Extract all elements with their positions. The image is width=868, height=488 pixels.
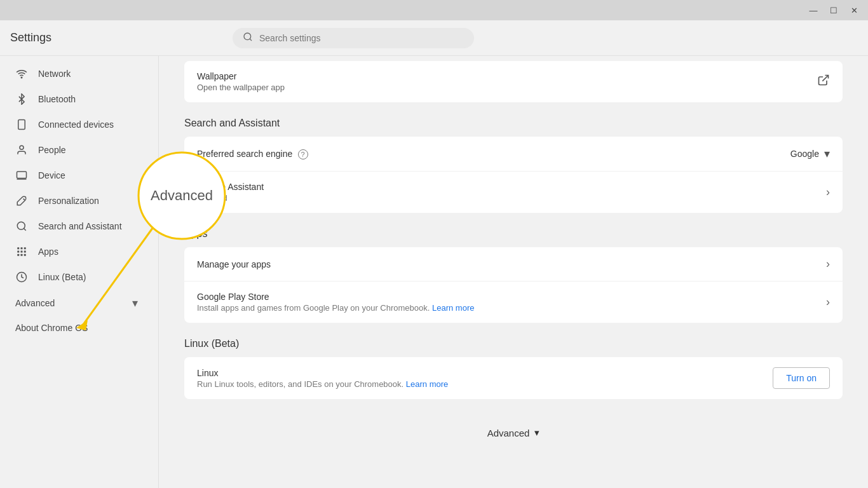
section-header-search-assistant: Search and Assistant [184,118,843,129]
header: Settings [0,20,868,56]
svg-line-21 [822,76,828,81]
search-icon [243,32,253,44]
sidebar-item-bluetooth[interactable]: Bluetooth [0,86,153,112]
svg-point-5 [20,146,24,149]
sidebar-item-people[interactable]: People [0,137,153,163]
chevron-down-icon: ▾ [132,296,138,310]
sidebar-label-advanced: Advanced [15,298,55,308]
search-input[interactable] [259,33,464,43]
svg-rect-17 [17,254,19,256]
manage-apps-arrow-icon: › [826,257,830,271]
bottom-advanced-chevron-icon: ▾ [534,427,539,438]
maximize-button[interactable]: ☐ [825,4,843,17]
svg-rect-19 [24,254,26,256]
wallpaper-item[interactable]: Wallpaper Open the wallpaper app [184,61,843,102]
svg-rect-13 [24,247,26,249]
sidebar-item-about[interactable]: About Chrome OS [0,316,158,339]
sidebar-item-apps[interactable]: Apps [0,239,153,264]
arrow-right-icon: › [826,186,830,199]
linux-card: Linux Run Linux tools, editors, and IDEs… [184,357,843,399]
app-container: Settings [0,20,868,488]
bottom-advanced-label: Advanced [487,428,530,438]
sidebar-label-apps: Apps [38,247,58,257]
google-play-item[interactable]: Google Play Store Install apps and games… [184,281,843,323]
search-sidebar-icon [15,220,28,233]
tablet-icon [15,118,28,131]
search-assistant-card: Preferred search engine ? Google ▾ Googl… [184,137,843,213]
search-engine-value: Google [790,149,819,159]
main-content: Wallpaper Open the wallpaper app Search … [159,56,868,488]
sidebar-label-linux: Linux (Beta) [38,272,86,282]
sidebar-label-connected-devices: Connected devices [38,119,114,130]
svg-line-10 [24,228,25,230]
sidebar-label-about: About Chrome OS [15,323,88,333]
svg-line-8 [24,199,25,200]
sidebar-label-people: People [38,145,66,155]
sidebar: Network Bluetooth Connected devices [0,56,159,488]
manage-apps-title: Manage your apps [197,259,271,269]
svg-rect-14 [17,251,19,253]
sidebar-label-personalization: Personalization [38,196,99,206]
svg-rect-12 [21,247,23,249]
titlebar: — ☐ ✕ [0,0,868,20]
sidebar-item-personalization[interactable]: Personalization [0,188,153,214]
manage-apps-item[interactable]: Manage your apps › [184,247,843,281]
svg-point-2 [21,77,22,78]
sidebar-label-device: Device [38,170,65,180]
section-header-linux: Linux (Beta) [184,338,843,349]
sidebar-label-search-assistant: Search and Assistant [38,221,122,231]
linux-subtitle: Run Linux tools, editors, and IDEs on yo… [197,379,448,389]
section-header-apps: Apps [184,228,843,240]
sidebar-label-network: Network [38,69,71,79]
external-link-icon [817,74,830,90]
laptop-icon [15,169,28,182]
preferred-search-item[interactable]: Preferred search engine ? Google ▾ [184,137,843,172]
google-assistant-item[interactable]: Google Assistant Enabled › [184,172,843,213]
svg-rect-18 [21,254,23,256]
linux-title: Linux [197,368,448,378]
linux-learn-more[interactable]: Learn more [406,379,448,389]
body: Network Bluetooth Connected devices [0,56,868,488]
clock-icon [15,271,28,283]
google-play-title: Google Play Store [197,292,474,302]
wallpaper-subtitle: Open the wallpaper app [197,83,285,92]
minimize-button[interactable]: — [804,4,822,17]
bottom-advanced-button[interactable]: Advanced ▾ [184,414,843,445]
apps-card: Manage your apps › Google Play Store Ins… [184,247,843,323]
google-play-subtitle: Install apps and games from Google Play … [197,303,474,313]
brush-icon [15,194,28,207]
apps-icon [15,245,28,258]
google-play-learn-more[interactable]: Learn more [432,303,474,313]
wallpaper-title: Wallpaper [197,71,285,81]
sidebar-item-search-assistant[interactable]: Search and Assistant [0,214,153,239]
sidebar-item-device[interactable]: Device [0,163,153,188]
svg-rect-16 [24,251,26,253]
linux-item: Linux Run Linux tools, editors, and IDEs… [184,357,843,399]
svg-rect-6 [17,172,27,179]
person-icon [15,144,28,156]
google-assistant-title: Google Assistant [197,182,264,192]
google-play-arrow-icon: › [826,295,830,309]
dropdown-arrow-icon: ▾ [824,147,830,161]
sidebar-item-advanced[interactable]: Advanced ▾ [0,290,153,316]
app-title: Settings [10,31,233,44]
svg-point-0 [244,33,251,40]
search-bar [233,28,474,48]
svg-rect-11 [17,247,19,249]
sidebar-item-network[interactable]: Network [0,61,153,86]
preferred-search-title: Preferred search engine [197,149,292,159]
close-button[interactable]: ✕ [845,4,863,17]
sidebar-item-linux[interactable]: Linux (Beta) [0,264,153,290]
sidebar-item-connected-devices[interactable]: Connected devices [0,112,153,137]
svg-point-9 [17,222,25,229]
svg-rect-15 [21,251,23,253]
wifi-icon [15,67,28,80]
help-icon: ? [298,149,308,159]
turn-on-button[interactable]: Turn on [773,367,830,389]
google-assistant-subtitle: Enabled [197,193,264,203]
search-engine-select[interactable]: Google ▾ [790,147,830,161]
sidebar-label-bluetooth: Bluetooth [38,94,76,104]
svg-line-1 [250,39,252,41]
bluetooth-icon [15,93,28,105]
